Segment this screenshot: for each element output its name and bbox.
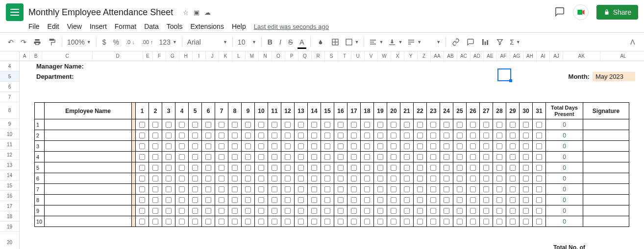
attendance-checkbox-cell[interactable] — [295, 119, 308, 130]
checkbox-icon[interactable] — [192, 143, 198, 149]
column-header[interactable]: AK — [563, 51, 600, 61]
attendance-checkbox-cell[interactable] — [189, 173, 202, 184]
checkbox-icon[interactable] — [152, 154, 158, 160]
column-header[interactable]: AB — [444, 51, 457, 61]
attendance-checkbox-cell[interactable] — [295, 173, 308, 184]
star-icon[interactable]: ☆ — [183, 9, 189, 16]
attendance-checkbox-cell[interactable] — [533, 184, 546, 195]
checkbox-icon[interactable] — [272, 176, 277, 181]
checkbox-icon[interactable] — [351, 133, 357, 138]
checkbox-icon[interactable] — [351, 186, 357, 192]
checkbox-icon[interactable] — [377, 208, 383, 214]
attendance-checkbox-cell[interactable] — [255, 195, 268, 205]
checkbox-icon[interactable] — [510, 186, 516, 192]
checkbox-icon[interactable] — [536, 154, 542, 160]
increase-decimal-button[interactable]: .00 ↑ — [139, 37, 156, 47]
attendance-checkbox-cell[interactable] — [467, 195, 480, 205]
checkbox-icon[interactable] — [417, 176, 423, 181]
checkbox-icon[interactable] — [232, 143, 238, 149]
checkbox-icon[interactable] — [152, 165, 158, 171]
attendance-checkbox-cell[interactable] — [480, 119, 493, 130]
attendance-checkbox-cell[interactable] — [295, 162, 308, 173]
attendance-checkbox-cell[interactable] — [387, 141, 400, 152]
checkbox-icon[interactable] — [324, 143, 330, 149]
attendance-checkbox-cell[interactable] — [215, 184, 228, 195]
column-header[interactable]: L — [232, 51, 246, 61]
attendance-checkbox-cell[interactable] — [347, 130, 361, 141]
attendance-checkbox-cell[interactable] — [308, 130, 321, 141]
checkbox-icon[interactable] — [417, 154, 423, 160]
checkbox-icon[interactable] — [192, 122, 198, 128]
insert-chart-button[interactable] — [478, 36, 492, 48]
attendance-checkbox-cell[interactable] — [374, 195, 387, 205]
checkbox-icon[interactable] — [536, 143, 542, 149]
fill-color-button[interactable] — [314, 36, 327, 48]
attendance-checkbox-cell[interactable] — [228, 173, 242, 184]
checkbox-icon[interactable] — [245, 197, 251, 203]
attendance-checkbox-cell[interactable] — [374, 162, 387, 173]
checkbox-icon[interactable] — [192, 186, 198, 192]
attendance-checkbox-cell[interactable] — [136, 152, 149, 162]
checkbox-icon[interactable] — [404, 208, 410, 214]
filter-button[interactable] — [493, 36, 507, 48]
attendance-checkbox-cell[interactable] — [189, 130, 202, 141]
attendance-checkbox-cell[interactable] — [400, 195, 414, 205]
attendance-checkbox-cell[interactable] — [533, 162, 546, 173]
checkbox-icon[interactable] — [470, 133, 476, 138]
signature-cell[interactable] — [583, 195, 629, 205]
attendance-checkbox-cell[interactable] — [480, 130, 493, 141]
checkbox-icon[interactable] — [311, 133, 317, 138]
attendance-checkbox-cell[interactable] — [162, 195, 175, 205]
attendance-checkbox-cell[interactable] — [321, 130, 334, 141]
functions-select[interactable]: Σ▼ — [508, 37, 522, 47]
checkbox-icon[interactable] — [496, 219, 502, 225]
attendance-checkbox-cell[interactable] — [308, 173, 321, 184]
checkbox-icon[interactable] — [324, 133, 330, 138]
checkbox-icon[interactable] — [404, 133, 410, 138]
attendance-checkbox-cell[interactable] — [162, 216, 175, 227]
attendance-checkbox-cell[interactable] — [506, 195, 520, 205]
attendance-checkbox-cell[interactable] — [202, 119, 215, 130]
checkbox-icon[interactable] — [523, 122, 529, 128]
attendance-checkbox-cell[interactable] — [347, 205, 361, 216]
checkbox-icon[interactable] — [285, 186, 291, 192]
checkbox-icon[interactable] — [166, 197, 172, 203]
attendance-checkbox-cell[interactable] — [175, 130, 189, 141]
row-header[interactable]: 20 — [0, 232, 19, 249]
attendance-checkbox-cell[interactable] — [520, 130, 533, 141]
percent-button[interactable]: % — [110, 36, 122, 48]
attendance-checkbox-cell[interactable] — [162, 141, 175, 152]
checkbox-icon[interactable] — [364, 133, 370, 138]
attendance-checkbox-cell[interactable] — [321, 141, 334, 152]
checkbox-icon[interactable] — [430, 143, 436, 149]
attendance-checkbox-cell[interactable] — [520, 162, 533, 173]
attendance-checkbox-cell[interactable] — [255, 205, 268, 216]
attendance-checkbox-cell[interactable] — [361, 184, 374, 195]
checkbox-icon[interactable] — [219, 133, 224, 138]
checkbox-icon[interactable] — [417, 197, 423, 203]
checkbox-icon[interactable] — [258, 165, 264, 171]
checkbox-icon[interactable] — [510, 219, 516, 225]
column-header[interactable]: Z — [418, 51, 431, 61]
checkbox-icon[interactable] — [298, 219, 304, 225]
attendance-checkbox-cell[interactable] — [189, 216, 202, 227]
attendance-checkbox-cell[interactable] — [427, 173, 440, 184]
checkbox-icon[interactable] — [351, 176, 357, 181]
checkbox-icon[interactable] — [391, 154, 396, 160]
attendance-checkbox-cell[interactable] — [202, 162, 215, 173]
attendance-checkbox-cell[interactable] — [149, 130, 162, 141]
checkbox-icon[interactable] — [470, 154, 476, 160]
attendance-checkbox-cell[interactable] — [281, 130, 295, 141]
checkbox-icon[interactable] — [179, 176, 185, 181]
menu-data[interactable]: Data — [144, 23, 159, 30]
checkbox-icon[interactable] — [179, 154, 185, 160]
decrease-decimal-button[interactable]: .0 ↓ — [123, 37, 138, 47]
menu-help[interactable]: Help — [232, 23, 246, 30]
cloud-icon[interactable]: ☁ — [204, 9, 211, 16]
attendance-checkbox-cell[interactable] — [175, 205, 189, 216]
checkbox-icon[interactable] — [311, 208, 317, 214]
checkbox-icon[interactable] — [444, 186, 449, 192]
attendance-checkbox-cell[interactable] — [347, 184, 361, 195]
checkbox-icon[interactable] — [470, 165, 476, 171]
checkbox-icon[interactable] — [391, 208, 396, 214]
